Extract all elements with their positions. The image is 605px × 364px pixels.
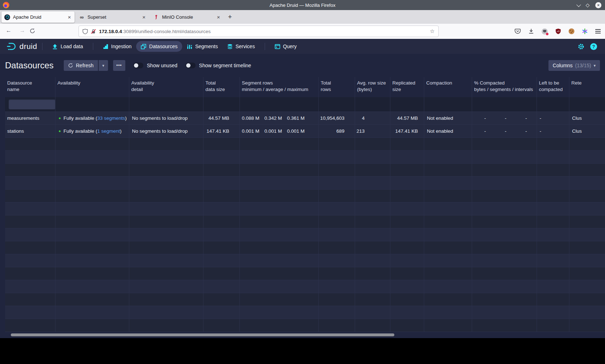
col-datasource-name[interactable]: Datasourcename <box>5 77 55 97</box>
empty-cell <box>5 228 55 241</box>
empty-cell <box>537 319 569 332</box>
window-close-icon[interactable]: × <box>595 2 601 8</box>
load-data-icon <box>52 44 58 49</box>
empty-cell <box>318 306 355 319</box>
col-segment-rows[interactable]: Segment rowsminimum / average / maximum <box>239 77 318 97</box>
druid-logo[interactable]: druid <box>6 42 37 51</box>
segments-link[interactable]: 1 segment <box>97 128 120 134</box>
empty-cell <box>55 228 129 241</box>
empty-cell <box>129 280 203 293</box>
col-pct-compacted[interactable]: % Compactedbytes / segments / intervals <box>472 77 537 97</box>
datasource-name-filter-input[interactable] <box>9 99 55 109</box>
cell-total-rows: 10,954,603 <box>318 112 355 124</box>
empty-cell <box>472 137 537 150</box>
menu-hamburger-icon[interactable] <box>595 29 601 33</box>
empty-cell <box>472 280 537 293</box>
cell-availability-detail: No segments to load/drop <box>129 112 203 124</box>
table-body: measurements ●Fully available (33 segmen… <box>5 97 605 332</box>
empty-cell <box>424 228 472 241</box>
empty-cell <box>537 215 569 228</box>
more-actions-button[interactable]: ••• <box>113 60 125 71</box>
col-left-to-be-compacted[interactable]: Left to becompacted <box>537 77 569 97</box>
pocket-icon[interactable] <box>515 28 521 34</box>
nav-item-load-data[interactable]: Load data <box>48 41 88 52</box>
table-row-measurements[interactable]: measurements ●Fully available (33 segmen… <box>5 112 605 124</box>
columns-button[interactable]: Columns (13/15) ▾ <box>548 60 600 71</box>
nav-item-segments[interactable]: Segments <box>182 41 223 52</box>
new-tab-button[interactable]: + <box>228 13 232 21</box>
bookmark-star-icon[interactable]: ☆ <box>430 28 435 35</box>
empty-cell <box>472 228 537 241</box>
tab-apache-druid[interactable]: Apache Druid × <box>1 12 75 23</box>
back-icon[interactable]: ← <box>6 27 12 34</box>
empty-cell <box>569 319 605 332</box>
refresh-dropdown-button[interactable]: ▾ <box>99 60 108 71</box>
empty-cell <box>472 163 537 176</box>
horizontal-scrollbar-thumb[interactable] <box>11 333 394 336</box>
tab-close-icon[interactable]: × <box>67 14 72 20</box>
reload-icon[interactable] <box>30 28 35 34</box>
empty-cell <box>424 306 472 319</box>
empty-cell <box>569 163 605 176</box>
tab-close-icon[interactable]: × <box>142 14 146 20</box>
empty-cell <box>129 189 203 202</box>
tab-minio-console[interactable]: MinIO Console × <box>151 12 224 23</box>
empty-cell <box>569 215 605 228</box>
insecure-lock-icon[interactable] <box>91 29 96 34</box>
col-compaction[interactable]: Compaction <box>424 77 472 97</box>
col-retention[interactable]: Rete <box>569 77 605 97</box>
extension-mask-icon[interactable] <box>542 28 548 35</box>
col-avg-row-size[interactable]: Avg. row size(bytes) <box>355 77 390 97</box>
firefox-icon <box>3 2 9 8</box>
empty-cell <box>318 189 355 202</box>
settings-gear-icon[interactable] <box>578 43 584 50</box>
cell-datasource-name: measurements <box>5 112 55 124</box>
empty-cell <box>239 215 318 228</box>
empty-cell <box>355 202 390 215</box>
empty-cell <box>390 293 424 306</box>
window-maximize-icon[interactable]: ◇ <box>586 3 590 8</box>
segments-icon <box>187 44 192 49</box>
window-minimize-icon[interactable] <box>577 2 581 7</box>
empty-cell <box>424 137 472 150</box>
segments-link[interactable]: 33 segments <box>97 115 125 121</box>
empty-cell <box>424 280 472 293</box>
nav-item-ingestion[interactable]: Ingestion <box>98 41 136 52</box>
empty-cell <box>390 241 424 254</box>
tab-superset[interactable]: ∞ Superset × <box>76 12 149 23</box>
empty-cell <box>129 267 203 280</box>
empty-cell <box>203 163 239 176</box>
table-row-stations[interactable]: stations ●Fully available (1 segment) No… <box>5 124 605 137</box>
nav-item-datasources[interactable]: Datasources <box>136 41 182 52</box>
cookie-extension-icon[interactable] <box>569 28 574 34</box>
empty-cell <box>355 267 390 280</box>
help-icon[interactable]: ? <box>590 43 597 50</box>
empty-cell <box>55 189 129 202</box>
empty-cell <box>55 254 129 267</box>
window-titlebar: Apache Druid — Mozilla Firefox ◇ × <box>0 0 605 10</box>
empty-cell <box>424 215 472 228</box>
empty-cell <box>569 254 605 267</box>
empty-cell <box>318 228 355 241</box>
ublock-origin-icon[interactable]: uO <box>555 28 561 34</box>
col-total-data-size[interactable]: Totaldata size <box>203 77 239 97</box>
col-availability-detail[interactable]: Availabilitydetail <box>129 77 203 97</box>
empty-cell <box>203 267 239 280</box>
refresh-button[interactable]: Refresh <box>64 60 98 71</box>
table-row-empty <box>5 137 605 150</box>
col-availability[interactable]: Availability <box>55 77 129 97</box>
show-unused-toggle[interactable] <box>133 63 143 68</box>
asterisk-extension-icon[interactable] <box>582 28 588 34</box>
col-total-rows[interactable]: Totalrows <box>318 77 355 97</box>
nav-item-services[interactable]: Services <box>223 41 260 52</box>
nav-item-query[interactable]: Query <box>270 41 301 52</box>
forward-icon[interactable]: → <box>19 27 25 34</box>
shield-icon[interactable] <box>82 29 88 34</box>
tab-close-icon[interactable]: × <box>216 14 221 20</box>
show-segment-timeline-toggle[interactable] <box>185 63 196 68</box>
empty-cell <box>55 280 129 293</box>
col-replicated-size[interactable]: Replicatedsize <box>390 77 424 97</box>
downloads-icon[interactable] <box>528 28 534 34</box>
empty-cell <box>203 293 239 306</box>
url-bar[interactable]: 172.18.0.4:30899/unified-console.html#da… <box>79 26 439 37</box>
